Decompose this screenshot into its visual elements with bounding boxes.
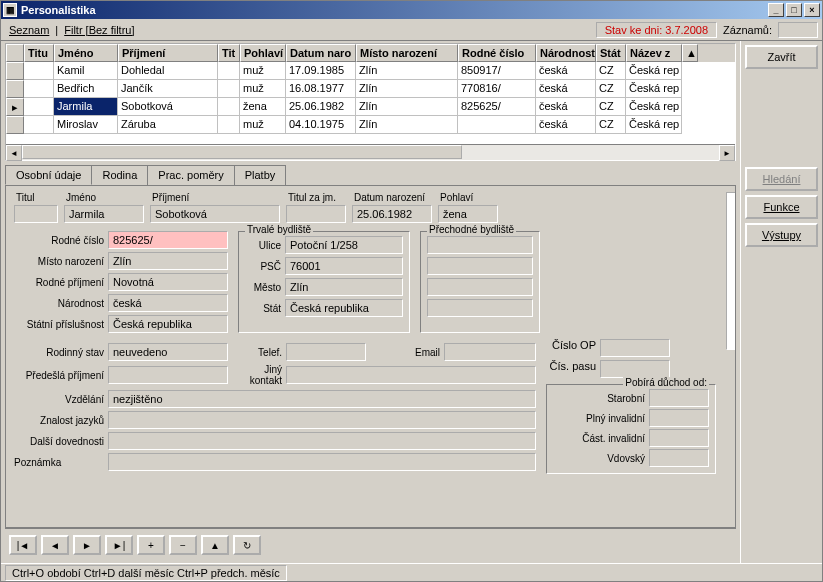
jiny-kontakt-field[interactable] (286, 366, 536, 384)
filtr-link[interactable]: Filtr [Bez filtru] (60, 22, 138, 38)
titlebar: ▦ Personalistika _ □ × (1, 1, 822, 19)
nav-refresh-button[interactable]: ↻ (233, 535, 261, 555)
nav-last-button[interactable]: ►| (105, 535, 133, 555)
funkce-button[interactable]: Funkce (745, 195, 818, 219)
telefon-field[interactable] (286, 343, 366, 361)
tab-rodina[interactable]: Rodina (91, 165, 148, 185)
table-row[interactable]: ▸JarmilaSobotkovážena25.06.1982Zlín82562… (6, 98, 735, 116)
app-icon: ▦ (3, 3, 17, 17)
nav-delete-button[interactable]: − (169, 535, 197, 555)
col-datnar[interactable]: Datum naro (286, 44, 356, 62)
nav-edit-button[interactable]: ▲ (201, 535, 229, 555)
vystupy-button[interactable]: Výstupy (745, 223, 818, 247)
seznam-link[interactable]: Seznam (5, 22, 53, 38)
starobni-field[interactable] (649, 389, 709, 407)
statusbar-text: Ctrl+O období Ctrl+D další měsíc Ctrl+P … (5, 565, 287, 581)
records-count (778, 22, 818, 38)
table-row[interactable]: BedřichJančíkmuž16.08.1977Zlín770816/čes… (6, 80, 735, 98)
ulice-field[interactable]: Potoční 1/258 (285, 236, 403, 254)
col-jmeno[interactable]: Jméno (54, 44, 118, 62)
scroll-right-icon[interactable]: ► (719, 145, 735, 161)
rodinny-stav-field[interactable]: neuvedeno (108, 343, 228, 361)
person-grid[interactable]: Titu Jméno Příjmení Tit Pohlaví Datum na… (5, 43, 736, 161)
pohlavi-field[interactable]: žena (438, 205, 498, 223)
statusbar: Ctrl+O období Ctrl+D další měsíc Ctrl+P … (1, 563, 822, 581)
toolbar: Seznam | Filtr [Bez filtru] Stav ke dni:… (1, 19, 822, 41)
col-titul[interactable]: Titu (24, 44, 54, 62)
plny-invalidni-field[interactable] (649, 409, 709, 427)
nav-add-button[interactable]: + (137, 535, 165, 555)
datum-narozeni-field[interactable]: 25.06.1982 (352, 205, 432, 223)
znalost-jazyku-field[interactable] (108, 411, 536, 429)
photo-box[interactable] (726, 192, 736, 350)
rodne-cislo-field[interactable]: 825625/ (108, 231, 228, 249)
vdovsky-field[interactable] (649, 449, 709, 467)
col-tit2[interactable]: Tit (218, 44, 240, 62)
hledani-button[interactable]: Hledání (745, 167, 818, 191)
jmeno-field[interactable]: Jarmila (64, 205, 144, 223)
cislo-op-field[interactable] (600, 339, 670, 357)
table-row[interactable]: KamilDohledalmuž17.09.1985Zlín850917/čes… (6, 62, 735, 80)
nav-prev-button[interactable]: ◄ (41, 535, 69, 555)
prechodne-bydliste-group: Přechodné bydliště (420, 231, 540, 333)
tab-platby[interactable]: Platby (234, 165, 287, 185)
close-button[interactable]: × (804, 3, 820, 17)
rodne-prijmeni-field[interactable]: Novotná (108, 273, 228, 291)
nav-next-button[interactable]: ► (73, 535, 101, 555)
col-mistonar[interactable]: Místo narození (356, 44, 458, 62)
grid-hscroll[interactable]: ◄ ► (6, 144, 735, 160)
pension-group: Pobírá důchod od: Starobní Plný invalidn… (546, 384, 716, 474)
cis-pasu-field[interactable] (600, 360, 670, 378)
prechodne-mesto-field[interactable] (427, 278, 533, 296)
col-narodnost[interactable]: Národnost (536, 44, 596, 62)
prechodne-ulice-field[interactable] (427, 236, 533, 254)
tab-osobni-udaje[interactable]: Osobní údaje (5, 165, 92, 185)
cast-invalidni-field[interactable] (649, 429, 709, 447)
narodnost-field[interactable]: česká (108, 294, 228, 312)
nav-first-button[interactable]: |◄ (9, 535, 37, 555)
col-pohlavi[interactable]: Pohlaví (240, 44, 286, 62)
minimize-button[interactable]: _ (768, 3, 784, 17)
prijmeni-field[interactable]: Sobotková (150, 205, 280, 223)
right-sidebar: Zavřít Hledání Funkce Výstupy (740, 41, 822, 563)
app-window: ▦ Personalistika _ □ × Seznam | Filtr [B… (0, 0, 823, 582)
col-prijmeni[interactable]: Příjmení (118, 44, 218, 62)
status-date: Stav ke dni: 3.7.2008 (596, 22, 717, 38)
trvale-bydliste-group: Trvalé bydliště UlicePotoční 1/258 PSČ76… (238, 231, 410, 333)
scroll-left-icon[interactable]: ◄ (6, 145, 22, 161)
predesla-prijmeni-field[interactable] (108, 366, 228, 384)
prechodne-stat-field[interactable] (427, 299, 533, 317)
detail-panel: Titul JménoJarmila PříjmeníSobotková Tit… (5, 185, 736, 528)
vzdelani-field[interactable]: nezjištěno (108, 390, 536, 408)
zavrit-button[interactable]: Zavřít (745, 45, 818, 69)
psc-field[interactable]: 76001 (285, 257, 403, 275)
tab-prac-pomery[interactable]: Prac. poměry (147, 165, 234, 185)
scroll-up-icon[interactable]: ▲ (682, 44, 698, 62)
dalsi-dovednosti-field[interactable] (108, 432, 536, 450)
records-label: Záznamů: (723, 24, 772, 36)
window-title: Personalistika (21, 4, 768, 16)
maximize-button[interactable]: □ (786, 3, 802, 17)
titul-field[interactable] (14, 205, 58, 223)
detail-tabs: Osobní údaje Rodina Prac. poměry Platby (5, 165, 736, 185)
titul-za-field[interactable] (286, 205, 346, 223)
email-field[interactable] (444, 343, 536, 361)
col-rc[interactable]: Rodné číslo (458, 44, 536, 62)
grid-header: Titu Jméno Příjmení Tit Pohlaví Datum na… (6, 44, 735, 62)
misto-narozeni-field[interactable]: Zlín (108, 252, 228, 270)
stat-field[interactable]: Česká republika (285, 299, 403, 317)
mesto-field[interactable]: Zlín (285, 278, 403, 296)
prechodne-psc-field[interactable] (427, 257, 533, 275)
record-navigator: |◄ ◄ ► ►| + − ▲ ↻ (5, 528, 736, 561)
statni-prislusnost-field[interactable]: Česká republika (108, 315, 228, 333)
col-stat[interactable]: Stát (596, 44, 626, 62)
poznamka-field[interactable] (108, 453, 536, 471)
col-nazev[interactable]: Název z (626, 44, 682, 62)
table-row[interactable]: MiroslavZárubamuž04.10.1975ZlínčeskáCZČe… (6, 116, 735, 134)
